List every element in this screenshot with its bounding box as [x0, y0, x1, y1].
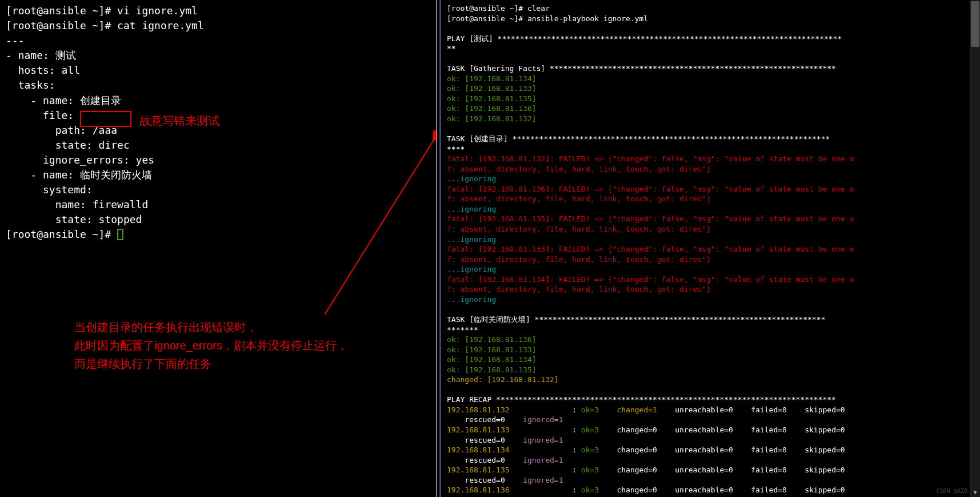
blank-line — [447, 54, 963, 64]
left-line: [root@ansible ~]# cat ignore.yml — [6, 18, 430, 33]
blank-line — [447, 304, 963, 315]
task-header: TASK [Gathering Facts] *****************… — [447, 63, 963, 74]
annotation-main: 当创建目录的任务执行出现错误时， 此时因为配置了ignore_errors，剧本… — [74, 318, 348, 373]
ignoring-line: ...ignoring — [447, 295, 963, 305]
right-terminal[interactable]: [root@ansible ~]# clear [root@ansible ~]… — [439, 0, 980, 497]
yaml-line: --- — [6, 33, 430, 48]
ignoring-line: ...ignoring — [447, 174, 963, 184]
ignoring-line: ...ignoring — [447, 234, 963, 245]
recap-row: 192.168.81.132 : ok=3 changed=1 unreacha… — [447, 405, 963, 415]
task-header: ******* — [447, 325, 963, 335]
fatal-line: fatal: [192.168.81.135]: FAILED! => {"ch… — [447, 214, 963, 224]
left-line: [root@ansible ~]# vi ignore.yml — [6, 3, 430, 18]
blank-line — [447, 23, 963, 34]
prompt-line: [root@ansible ~]# — [6, 227, 430, 242]
right-line: [root@ansible ~]# ansible-playbook ignor… — [447, 14, 963, 24]
ok-line: ok: [192.168.81.136] — [447, 335, 963, 345]
fatal-line: fatal: [192.168.81.133]: FAILED! => {"ch… — [447, 244, 963, 255]
fatal-line: fatal: [192.168.81.134]: FAILED! => {"ch… — [447, 275, 963, 285]
changed-line: changed: [192.168.81.132] — [447, 375, 963, 385]
yaml-line: - name: 临时关闭防火墙 — [6, 168, 430, 182]
scroll-down-icon[interactable]: ▼ — [970, 488, 980, 497]
fatal-line: fatal: [192.168.81.136]: FAILED! => {"ch… — [447, 184, 963, 194]
ok-line: ok: [192.168.81.136] — [447, 104, 963, 114]
recap-row: rescued=0 ignored=1 — [447, 475, 963, 486]
yaml-line: - name: 测试 — [6, 48, 430, 63]
ok-line: ok: [192.168.81.132] — [447, 114, 963, 124]
ok-line: ok: [192.168.81.135] — [447, 94, 963, 104]
recap-row: rescued=0 ignored=1 — [447, 455, 963, 466]
fatal-line: f: absent, directory, file, hard, link, … — [447, 194, 963, 204]
recap-row: rescued=0 ignored=1 — [447, 415, 963, 425]
yaml-line: systemd: — [6, 182, 430, 197]
yaml-line: ignore_errors: yes — [6, 153, 430, 168]
ok-line: ok: [192.168.81.134] — [447, 355, 963, 365]
ok-line: ok: [192.168.81.133] — [447, 345, 963, 355]
fatal-line: f: absent, directory, file, hard, link, … — [447, 224, 963, 234]
fatal-line: f: absent, directory, file, hard, link, … — [447, 164, 963, 174]
blank-line — [447, 124, 963, 134]
recap-row: 192.168.81.135 : ok=3 changed=0 unreacha… — [447, 465, 963, 475]
yaml-line: name: firewalld — [6, 197, 430, 212]
play-header: PLAY [测试] ******************************… — [447, 34, 963, 44]
ignoring-line: ...ignoring — [447, 204, 963, 214]
fatal-line: fatal: [192.168.81.132]: FAILED! => {"ch… — [447, 154, 963, 164]
ignoring-line: ...ignoring — [447, 264, 963, 275]
ok-line: ok: [192.168.81.133] — [447, 84, 963, 94]
watermark: CSDN @AZO — [937, 487, 967, 495]
fatal-line: f: absent, directory, file, hard, link, … — [447, 255, 963, 265]
task-header: TASK [临时关闭防火墙] *************************… — [447, 315, 963, 325]
recap-row: 192.168.81.136 : ok=3 changed=0 unreacha… — [447, 485, 963, 495]
recap-row: 192.168.81.133 : ok=3 changed=0 unreacha… — [447, 425, 963, 435]
fatal-line: f: absent, directory, file, hard, link, … — [447, 284, 963, 295]
recap-row: 192.168.81.134 : ok=3 changed=0 unreacha… — [447, 445, 963, 455]
recap-header: PLAY RECAP *****************************… — [447, 395, 963, 405]
scroll-thumb[interactable] — [971, 1, 979, 47]
blank-line — [447, 385, 963, 395]
task-header: TASK [创建目录] ****************************… — [447, 134, 963, 144]
cursor-icon — [117, 229, 123, 240]
right-line: [root@ansible ~]# clear — [447, 3, 963, 14]
yaml-line: hosts: all — [6, 63, 430, 78]
yaml-line: file: — [6, 108, 430, 123]
ok-line: ok: [192.168.81.134] — [447, 74, 963, 84]
yaml-line: tasks: — [6, 78, 430, 93]
yaml-line: state: direc — [6, 138, 430, 153]
left-terminal[interactable]: [root@ansible ~]# vi ignore.yml [root@an… — [0, 0, 437, 497]
yaml-line: - name: 创建目录 — [6, 93, 430, 108]
play-header: ** — [447, 43, 963, 54]
yaml-line: state: stopped — [6, 212, 430, 227]
recap-row: rescued=0 ignored=1 — [447, 435, 963, 446]
yaml-line: path: /aaa — [6, 123, 430, 138]
scrollbar[interactable]: ▲ ▼ — [970, 0, 980, 497]
ok-line: ok: [192.168.81.135] — [447, 365, 963, 375]
task-header: **** — [447, 144, 963, 154]
